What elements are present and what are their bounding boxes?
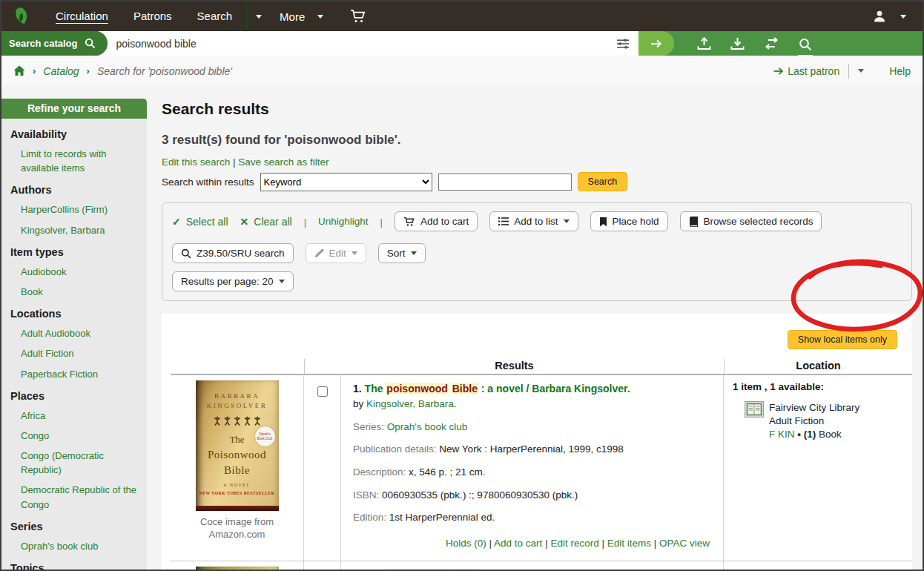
open-book-icon — [745, 401, 764, 442]
arrow-right-icon — [773, 67, 784, 76]
facet-link[interactable]: Africa — [21, 410, 45, 421]
batch-loop-button[interactable] — [763, 36, 780, 51]
select-all-link[interactable]: ✓Select all — [172, 216, 228, 228]
search-catalog-tab[interactable]: Search catalog — [1, 31, 108, 56]
search-dropdown-caret-icon[interactable] — [256, 15, 262, 19]
search-within-button[interactable]: Search — [578, 172, 628, 191]
dot-separator: • — [797, 429, 801, 440]
cover-author: BARBARA — [196, 392, 279, 400]
sort-button[interactable]: Sort — [378, 243, 426, 263]
facet-link[interactable]: Congo (Democratic Republic) — [21, 450, 104, 475]
breadcrumb-current: Search for 'poisonwood bible' — [97, 65, 232, 77]
user-menu-button[interactable] — [872, 9, 914, 24]
facet-heading-locations: Locations — [10, 308, 138, 320]
oprah-book-club-sticker: Oprah's Book Club — [255, 426, 275, 446]
catalog-search-input[interactable] — [116, 38, 607, 50]
facet-link[interactable]: Book — [21, 286, 43, 297]
record-title-link[interactable]: The poisonwood Bible : a novel / Barbara… — [365, 383, 630, 395]
series-field: Series: Oprah's book club — [353, 420, 713, 435]
holding-entry: Fairview City Library Adult Fiction F KI… — [733, 401, 906, 442]
download-button[interactable] — [730, 36, 745, 52]
facet-link[interactable]: Kingsolver, Barbara — [21, 225, 105, 236]
facet-link[interactable]: Audiobook — [21, 266, 66, 277]
koha-logo-icon — [13, 7, 30, 26]
last-patron-caret-icon[interactable] — [858, 69, 864, 73]
availability-summary: 1 item , 1 available: — [733, 381, 906, 392]
facet-link[interactable]: Adult Fiction — [21, 348, 74, 359]
check-icon: ✓ — [172, 216, 181, 228]
result-count: 3 result(s) found for 'poisonwood bible'… — [162, 133, 912, 148]
record-title: 1. The poisonwood Bible : a novel / Barb… — [353, 381, 713, 396]
facet-link[interactable]: Adult Audiobook — [21, 328, 90, 339]
facet-link[interactable]: HarperCollins (Firm) — [21, 204, 108, 215]
nav-search[interactable]: Search — [185, 1, 245, 31]
edit-items-link[interactable]: Edit items — [599, 538, 651, 549]
magnifier-icon — [799, 38, 812, 51]
help-link[interactable]: Help — [889, 65, 911, 77]
search-tools — [696, 36, 813, 52]
pencil-icon — [314, 248, 324, 258]
book-cover-1[interactable]: BARBARA KINGSOLVER — [196, 380, 279, 511]
result-row-1: BARBARA KINGSOLVER — [171, 375, 912, 561]
nav-more[interactable]: More — [280, 10, 331, 23]
z3950-search-button[interactable]: Z39.50/SRU search — [172, 243, 294, 263]
search-filters-button[interactable] — [607, 38, 638, 50]
facet-heading-topics: Topics — [10, 562, 138, 571]
last-patron-link[interactable]: Last patron — [773, 65, 839, 77]
save-search-filter-link[interactable]: Save search as filter — [230, 156, 329, 168]
record-author-line: by Kingsolver, Barbara. — [353, 397, 713, 412]
caret-down-icon — [564, 220, 570, 223]
series-link[interactable]: Oprah's book club — [387, 421, 467, 432]
opac-view-link[interactable]: OPAC view — [651, 538, 710, 549]
search-within-label: Search within results — [162, 176, 254, 188]
author-link[interactable]: Kingsolver, Barbara — [366, 398, 454, 409]
edit-search-link[interactable]: Edit this search — [162, 156, 230, 168]
divider — [380, 215, 383, 228]
unhighlight-link[interactable]: Unhighlight — [318, 216, 369, 227]
upload-button[interactable] — [696, 36, 712, 52]
facet-link[interactable]: Limit to records with available items — [21, 148, 107, 174]
browse-selected-button[interactable]: Browse selected records — [680, 211, 822, 231]
nav-patrons[interactable]: Patrons — [121, 1, 185, 31]
facet-link[interactable]: Paperback Fiction — [21, 369, 98, 380]
publication-field: Publication details: New York : HarperPe… — [353, 442, 713, 457]
search-icon — [85, 38, 96, 49]
facet-link[interactable]: Congo — [21, 430, 49, 441]
search-within-select[interactable]: Keyword — [260, 173, 432, 191]
arrow-right-icon — [650, 39, 662, 49]
add-to-cart-link[interactable]: Add to cart — [486, 538, 543, 549]
breadcrumb: › Catalog › Search for 'poisonwood bible… — [1, 56, 923, 86]
edit-button[interactable]: Edit — [306, 243, 366, 263]
place-hold-button[interactable]: Place hold — [590, 211, 668, 231]
holds-link[interactable]: Holds (0) — [446, 538, 486, 549]
cart-button[interactable] — [350, 9, 366, 24]
cover-title: Bible — [196, 464, 279, 477]
edit-record-link[interactable]: Edit record — [542, 538, 598, 549]
cover-column-header — [171, 359, 304, 374]
select-record-checkbox[interactable] — [317, 386, 328, 397]
clear-all-link[interactable]: ✕Clear all — [240, 216, 292, 228]
catalog-search-input-wrap — [99, 31, 638, 56]
cart-icon — [403, 217, 415, 227]
refine-search-sidebar: Refine your search Availability Limit to… — [1, 99, 147, 571]
facet-link[interactable]: Democratic Republic of the Congo — [21, 484, 136, 509]
add-to-cart-button[interactable]: Add to cart — [395, 211, 478, 231]
results-per-page-button[interactable]: Results per page: 20 — [172, 271, 294, 291]
show-local-items-button[interactable]: Show local items only — [788, 330, 897, 349]
home-icon[interactable] — [13, 65, 25, 76]
highlighted-term: Bible — [452, 383, 478, 395]
repeat-icon — [764, 37, 779, 50]
book-cover-2[interactable]: BARBARA KINGSOLVER — [196, 567, 279, 571]
advanced-search-button[interactable] — [798, 36, 813, 56]
add-to-list-button[interactable]: Add to list — [489, 211, 578, 231]
facet-link[interactable]: Oprah's book club — [21, 541, 98, 552]
breadcrumb-catalog[interactable]: Catalog — [43, 65, 79, 77]
search-within-input[interactable] — [438, 174, 572, 191]
catalog-search-bar: Search catalog — [1, 31, 923, 56]
divider — [304, 215, 306, 228]
download-icon — [730, 37, 745, 50]
callnumber-link[interactable]: F KIN — [769, 429, 795, 440]
search-submit-button[interactable] — [638, 31, 674, 56]
cover-subtitle: A NOVEL — [196, 483, 279, 487]
nav-circulation[interactable]: Circulation — [43, 1, 121, 31]
